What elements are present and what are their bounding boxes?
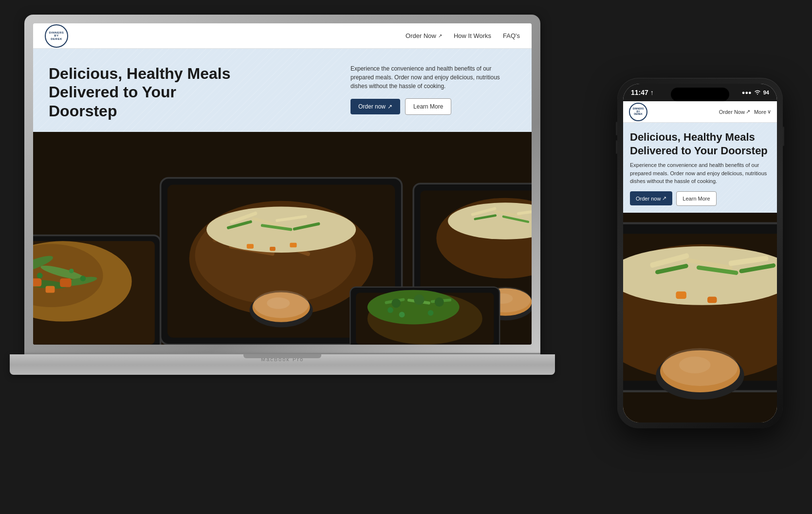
laptop-learn-more-button[interactable]: Learn More <box>405 98 451 115</box>
laptop-nav-faq[interactable]: FAQ's <box>503 32 520 39</box>
phone-nav-order[interactable]: Order Now ↗ <box>719 109 750 115</box>
phone-volume-up-button <box>616 122 617 135</box>
svg-rect-34 <box>290 243 296 247</box>
chevron-down-icon: ∨ <box>767 109 771 115</box>
svg-rect-76 <box>676 291 686 298</box>
svg-rect-10 <box>46 286 55 293</box>
svg-point-24 <box>206 207 356 253</box>
phone-battery-icon: 94 <box>763 90 769 95</box>
phone-screen: 11:47 ↑ ●●● 94 <box>623 84 777 422</box>
location-arrow-icon: ↑ <box>650 89 654 96</box>
svg-point-69 <box>623 246 777 305</box>
laptop-nav-links: Order Now ↗ How It Works FAQ's <box>406 32 520 39</box>
phone-status-icons: ●●● 94 <box>742 89 769 96</box>
phone-hero-buttons: Order now ↗ Learn More <box>630 191 770 206</box>
phone-logo: DINNERSBYDEREK <box>629 103 647 121</box>
laptop-hero-buttons: Order now ↗ Learn More <box>351 98 516 115</box>
svg-point-81 <box>679 356 711 373</box>
svg-rect-33 <box>270 247 276 251</box>
laptop-website: DINNERSBYDEREK Order Now ↗ How It Works … <box>33 23 532 345</box>
laptop-hero-left: Delicious, Healthy Meals Delivered to Yo… <box>49 64 234 120</box>
svg-point-55 <box>368 290 460 325</box>
phone-time: 11:47 ↑ <box>631 89 654 96</box>
phone-nav: DINNERSBYDEREK Order Now ↗ More ∨ <box>623 101 777 123</box>
phone-hero: Delicious, Healthy Meals Delivered to Yo… <box>623 123 777 213</box>
svg-point-62 <box>388 307 393 313</box>
laptop-body: DINNERSBYDEREK Order Now ↗ How It Works … <box>24 15 540 375</box>
macbook-label: MacBook Pro <box>10 356 555 366</box>
phone-frame: 11:47 ↑ ●●● 94 <box>617 78 783 428</box>
laptop-screen-inner: DINNERSBYDEREK Order Now ↗ How It Works … <box>33 23 532 345</box>
laptop-logo: DINNERSBYDEREK <box>45 24 68 48</box>
laptop-screen-frame: DINNERSBYDEREK Order Now ↗ How It Works … <box>24 15 540 355</box>
laptop-hero-description: Experience the convenience and health be… <box>351 64 516 91</box>
svg-point-14 <box>80 275 86 281</box>
svg-point-12 <box>37 273 43 278</box>
svg-rect-32 <box>247 244 254 248</box>
svg-rect-77 <box>707 296 717 303</box>
external-link-icon-phone-btn: ↗ <box>662 195 666 202</box>
laptop-hero-right: Experience the convenience and health be… <box>351 64 516 115</box>
svg-rect-11 <box>60 278 72 287</box>
laptop-food-image <box>33 132 532 345</box>
phone-device: 11:47 ↑ ●●● 94 <box>617 78 783 428</box>
svg-point-13 <box>69 269 74 273</box>
scene: DINNERSBYDEREK Order Now ↗ How It Works … <box>0 0 812 514</box>
phone-order-now-button[interactable]: Order now ↗ <box>630 191 672 205</box>
phone-status-bar: 11:47 ↑ ●●● 94 <box>623 84 777 101</box>
phone-logo-text: DINNERSBYDEREK <box>633 108 644 116</box>
laptop-order-now-button[interactable]: Order now ↗ <box>351 99 400 114</box>
laptop-base: MacBook Pro <box>10 354 555 375</box>
phone-hero-description: Experience the convenience and health be… <box>630 161 770 185</box>
svg-point-61 <box>435 297 444 307</box>
laptop-nav-order[interactable]: Order Now ↗ <box>406 32 442 39</box>
phone-volume-down-button <box>616 140 617 154</box>
phone-learn-more-button[interactable]: Learn More <box>676 191 716 206</box>
phone-nav-right: Order Now ↗ More ∨ <box>719 109 771 115</box>
external-link-icon-btn: ↗ <box>388 103 392 110</box>
laptop-nav: DINNERSBYDEREK Order Now ↗ How It Works … <box>33 23 532 49</box>
phone-power-button <box>783 127 784 146</box>
phone-nav-more[interactable]: More ∨ <box>754 109 771 115</box>
phone-wifi-icon <box>754 89 761 96</box>
svg-rect-9 <box>33 278 41 287</box>
svg-point-38 <box>267 297 290 309</box>
svg-point-60 <box>414 294 424 305</box>
laptop-hero: Delicious, Healthy Meals Delivered to Yo… <box>33 49 532 132</box>
svg-point-59 <box>391 299 401 308</box>
svg-point-64 <box>428 310 434 316</box>
svg-point-63 <box>399 312 405 318</box>
laptop-logo-text: DINNERSBYDEREK <box>49 31 64 41</box>
phone-website: DINNERSBYDEREK Order Now ↗ More ∨ <box>623 101 777 422</box>
laptop-nav-how[interactable]: How It Works <box>454 32 491 39</box>
phone-food-image <box>623 213 777 423</box>
laptop-hero-title: Delicious, Healthy Meals Delivered to Yo… <box>49 64 234 120</box>
phone-hero-title: Delicious, Healthy Meals Delivered to Yo… <box>630 130 770 157</box>
phone-signal-icon: ●●● <box>742 90 752 95</box>
external-link-icon: ↗ <box>438 33 442 38</box>
external-link-phone-icon: ↗ <box>746 109 750 115</box>
laptop-device: DINNERSBYDEREK Order Now ↗ How It Works … <box>24 15 560 453</box>
